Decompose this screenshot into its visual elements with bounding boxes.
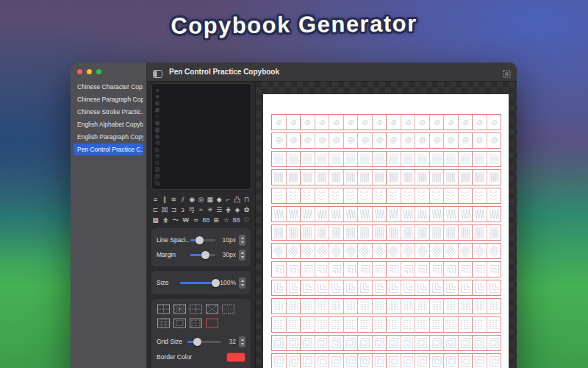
sidebar-item[interactable]: Chinese Character Cop... — [74, 81, 143, 93]
border-color-label: Border Color — [157, 353, 226, 361]
margin-thumb[interactable] — [201, 251, 209, 259]
pattern-button[interactable]: 〜 — [172, 216, 180, 224]
practice-cell — [300, 133, 315, 148]
practice-cell — [357, 244, 372, 258]
practice-cell — [386, 133, 401, 148]
pattern-button[interactable]: ▦ — [206, 195, 214, 204]
practice-cell — [329, 354, 343, 368]
pattern-button[interactable]: ✳ — [206, 205, 214, 214]
zoom-button[interactable] — [96, 69, 101, 74]
pattern-button[interactable]: ◉ — [188, 195, 196, 204]
sidebar-toggle-icon[interactable] — [153, 68, 162, 76]
border-color-swatch[interactable] — [226, 353, 245, 362]
pattern-button[interactable]: ⊓ — [243, 195, 251, 204]
grid-style-cross[interactable] — [189, 303, 203, 315]
pattern-button[interactable]: ⊏ — [151, 205, 159, 214]
copybook-preview — [151, 83, 251, 190]
practice-cell — [401, 170, 415, 185]
grid-style-dotted[interactable] — [221, 303, 235, 315]
pattern-button[interactable]: ₩ — [182, 216, 190, 224]
pattern-button[interactable]: ☰ — [215, 205, 223, 214]
practice-cell — [386, 188, 401, 203]
pattern-button[interactable]: ◈ — [234, 205, 242, 214]
close-button[interactable] — [77, 69, 82, 74]
grid-style-dots[interactable] — [189, 317, 203, 329]
size-thumb[interactable] — [212, 279, 220, 287]
pattern-button[interactable]: ∥ — [160, 195, 168, 204]
grid-style-x[interactable] — [205, 303, 219, 315]
pattern-button[interactable]: ☆ — [222, 216, 230, 224]
pattern-button[interactable]: ♡ — [243, 216, 251, 224]
pattern-button[interactable]: ⌐ — [224, 195, 232, 204]
size-slider[interactable] — [180, 282, 215, 284]
margin-stepper[interactable] — [239, 250, 245, 261]
grid-style-double[interactable] — [173, 317, 187, 329]
pattern-button[interactable]: ◆ — [215, 195, 223, 204]
practice-cell — [357, 170, 372, 185]
practice-cell — [372, 115, 387, 130]
pattern-button[interactable]: ≋ — [170, 195, 178, 204]
sidebar-item[interactable]: Pen Control Practice C... — [74, 144, 143, 155]
grid-style-mi[interactable] — [173, 303, 187, 315]
line-spacing-stepper[interactable] — [239, 235, 245, 246]
practice-cell — [401, 188, 415, 203]
pattern-button[interactable]: 回 — [160, 205, 168, 214]
practice-cell — [472, 152, 487, 166]
practice-cell — [343, 262, 358, 277]
pattern-button[interactable]: 88 — [232, 216, 240, 224]
pattern-button[interactable]: ✿ — [243, 205, 251, 214]
practice-cell — [443, 133, 458, 148]
practice-cell — [315, 170, 329, 185]
practice-cell — [472, 354, 487, 368]
pattern-button[interactable]: ⋕ — [162, 216, 170, 224]
grid-size-thumb[interactable] — [193, 338, 201, 346]
practice-cell — [386, 225, 401, 240]
practice-cell — [300, 299, 315, 314]
practice-row — [271, 298, 501, 314]
sidebar-item[interactable]: English Paragraph Copy... — [74, 131, 143, 143]
pattern-button[interactable]: ϶ — [179, 205, 187, 214]
border-grid-icon[interactable] — [503, 68, 511, 76]
practice-cell — [329, 280, 343, 295]
pattern-button[interactable]: 凸 — [234, 195, 242, 204]
pattern-button[interactable]: ⋕ — [224, 205, 232, 214]
size-stepper[interactable] — [239, 277, 245, 289]
practice-cell — [315, 280, 329, 295]
line-spacing-thumb[interactable] — [196, 236, 204, 244]
grid-style-field[interactable] — [157, 303, 171, 315]
pattern-button[interactable]: ≂ — [192, 216, 200, 224]
margin-slider[interactable] — [190, 254, 215, 256]
pattern-button[interactable]: ⊞ — [212, 216, 220, 224]
minimize-button[interactable] — [87, 69, 92, 74]
pattern-button[interactable]: ▦ — [151, 216, 159, 224]
practice-row — [271, 151, 501, 167]
practice-cell — [386, 280, 401, 295]
pattern-button[interactable]: ≈ — [197, 205, 205, 214]
grid-size-slider[interactable] — [187, 341, 221, 343]
pattern-button[interactable]: ⫽ — [179, 195, 187, 204]
pattern-button[interactable]: ⊐ — [170, 205, 178, 214]
practice-cell — [458, 170, 473, 185]
practice-cell — [443, 299, 458, 314]
practice-cell — [429, 225, 444, 240]
grid-style-blank[interactable] — [205, 317, 219, 329]
document-area[interactable] — [256, 82, 517, 368]
grid-style-nine[interactable] — [157, 317, 171, 329]
pattern-button[interactable]: 88 — [202, 216, 210, 224]
practice-cell — [415, 280, 429, 295]
sidebar-item[interactable]: Chinese Paragraph Cop... — [74, 93, 143, 105]
margin-row: Margin 30px — [157, 247, 245, 262]
practice-cell — [329, 244, 343, 258]
line-spacing-slider[interactable] — [190, 239, 215, 241]
practice-cell — [458, 152, 473, 166]
grid-size-stepper[interactable] — [239, 336, 245, 347]
pattern-button[interactable]: ◎ — [197, 195, 205, 204]
sidebar-item[interactable]: Chinese Stroke Practic... — [74, 106, 143, 118]
practice-cell — [487, 133, 501, 148]
pattern-button[interactable]: ≡ — [151, 195, 159, 204]
practice-cell — [300, 115, 315, 130]
sidebar-item[interactable]: English Alphabet Copyb... — [74, 118, 143, 130]
practice-cell — [315, 188, 329, 203]
pattern-button[interactable]: 弓 — [188, 205, 196, 214]
practice-cell — [357, 207, 372, 222]
